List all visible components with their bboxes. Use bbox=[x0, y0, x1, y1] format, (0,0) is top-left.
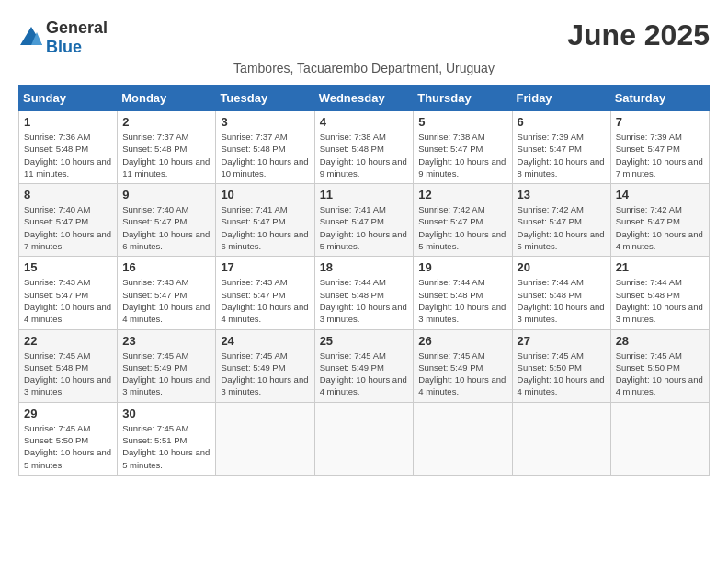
calendar-cell: 24 Sunrise: 7:45 AM Sunset: 5:49 PM Dayl… bbox=[216, 329, 314, 402]
day-number: 30 bbox=[122, 407, 210, 420]
calendar-cell: 13 Sunrise: 7:42 AM Sunset: 5:47 PM Dayl… bbox=[512, 184, 610, 257]
day-info: Sunrise: 7:40 AM Sunset: 5:47 PM Dayligh… bbox=[122, 203, 210, 252]
day-number: 26 bbox=[418, 334, 506, 348]
day-info: Sunrise: 7:43 AM Sunset: 5:47 PM Dayligh… bbox=[24, 276, 112, 325]
day-number: 2 bbox=[122, 115, 210, 129]
calendar-cell: 27 Sunrise: 7:45 AM Sunset: 5:50 PM Dayl… bbox=[512, 329, 610, 402]
day-number: 7 bbox=[616, 115, 704, 129]
day-number: 29 bbox=[24, 407, 112, 420]
calendar-cell bbox=[610, 402, 709, 475]
calendar-cell: 28 Sunrise: 7:45 AM Sunset: 5:50 PM Dayl… bbox=[610, 329, 709, 402]
day-info: Sunrise: 7:39 AM Sunset: 5:47 PM Dayligh… bbox=[616, 131, 704, 179]
day-number: 10 bbox=[221, 188, 309, 201]
calendar-cell: 7 Sunrise: 7:39 AM Sunset: 5:47 PM Dayli… bbox=[610, 111, 709, 184]
day-number: 14 bbox=[616, 188, 704, 201]
week-row-5: 29 Sunrise: 7:45 AM Sunset: 5:50 PM Dayl… bbox=[19, 402, 710, 475]
col-monday: Monday bbox=[118, 86, 216, 111]
day-number: 5 bbox=[418, 115, 506, 129]
day-number: 23 bbox=[122, 334, 210, 348]
logo: General Blue bbox=[18, 18, 108, 57]
day-info: Sunrise: 7:45 AM Sunset: 5:50 PM Dayligh… bbox=[518, 350, 606, 398]
header: General Blue June 2025 bbox=[18, 18, 710, 57]
day-info: Sunrise: 7:45 AM Sunset: 5:49 PM Dayligh… bbox=[320, 350, 409, 398]
day-number: 15 bbox=[24, 260, 112, 274]
day-number: 6 bbox=[518, 115, 606, 129]
calendar-cell: 25 Sunrise: 7:45 AM Sunset: 5:49 PM Dayl… bbox=[314, 329, 414, 402]
calendar-cell: 21 Sunrise: 7:44 AM Sunset: 5:48 PM Dayl… bbox=[610, 257, 709, 329]
day-info: Sunrise: 7:44 AM Sunset: 5:48 PM Dayligh… bbox=[518, 276, 606, 325]
day-number: 28 bbox=[616, 334, 704, 348]
day-number: 9 bbox=[122, 188, 210, 201]
day-info: Sunrise: 7:42 AM Sunset: 5:47 PM Dayligh… bbox=[418, 203, 506, 252]
col-sunday: Sunday bbox=[19, 86, 118, 111]
calendar-cell: 18 Sunrise: 7:44 AM Sunset: 5:48 PM Dayl… bbox=[314, 257, 414, 329]
day-info: Sunrise: 7:44 AM Sunset: 5:48 PM Dayligh… bbox=[616, 276, 704, 325]
calendar-header-row: Sunday Monday Tuesday Wednesday Thursday… bbox=[19, 86, 710, 111]
day-number: 11 bbox=[320, 188, 409, 201]
day-number: 24 bbox=[221, 334, 309, 348]
day-info: Sunrise: 7:45 AM Sunset: 5:51 PM Dayligh… bbox=[122, 422, 210, 471]
day-number: 8 bbox=[24, 188, 112, 201]
day-number: 16 bbox=[122, 260, 210, 274]
calendar-cell: 15 Sunrise: 7:43 AM Sunset: 5:47 PM Dayl… bbox=[19, 257, 118, 329]
calendar-cell: 9 Sunrise: 7:40 AM Sunset: 5:47 PM Dayli… bbox=[118, 184, 216, 257]
day-info: Sunrise: 7:45 AM Sunset: 5:48 PM Dayligh… bbox=[24, 350, 112, 398]
logo-blue: Blue bbox=[46, 38, 82, 56]
col-saturday: Saturday bbox=[610, 86, 709, 111]
day-number: 3 bbox=[221, 115, 309, 129]
week-row-2: 8 Sunrise: 7:40 AM Sunset: 5:47 PM Dayli… bbox=[19, 184, 710, 257]
calendar-cell: 26 Sunrise: 7:45 AM Sunset: 5:49 PM Dayl… bbox=[414, 329, 512, 402]
day-info: Sunrise: 7:36 AM Sunset: 5:48 PM Dayligh… bbox=[24, 131, 112, 179]
calendar-cell: 10 Sunrise: 7:41 AM Sunset: 5:47 PM Dayl… bbox=[216, 184, 314, 257]
day-number: 22 bbox=[24, 334, 112, 348]
calendar-cell: 30 Sunrise: 7:45 AM Sunset: 5:51 PM Dayl… bbox=[118, 402, 216, 475]
day-info: Sunrise: 7:39 AM Sunset: 5:47 PM Dayligh… bbox=[518, 131, 606, 179]
day-info: Sunrise: 7:43 AM Sunset: 5:47 PM Dayligh… bbox=[122, 276, 210, 325]
day-info: Sunrise: 7:45 AM Sunset: 5:49 PM Dayligh… bbox=[122, 350, 210, 398]
week-row-1: 1 Sunrise: 7:36 AM Sunset: 5:48 PM Dayli… bbox=[19, 111, 710, 184]
calendar-cell bbox=[512, 402, 610, 475]
subtitle: Tambores, Tacuarembo Department, Uruguay bbox=[18, 61, 710, 75]
day-info: Sunrise: 7:38 AM Sunset: 5:47 PM Dayligh… bbox=[418, 131, 506, 179]
day-number: 17 bbox=[221, 260, 309, 274]
calendar-cell: 2 Sunrise: 7:37 AM Sunset: 5:48 PM Dayli… bbox=[118, 111, 216, 184]
calendar-cell: 12 Sunrise: 7:42 AM Sunset: 5:47 PM Dayl… bbox=[414, 184, 512, 257]
day-info: Sunrise: 7:44 AM Sunset: 5:48 PM Dayligh… bbox=[320, 276, 409, 325]
day-info: Sunrise: 7:41 AM Sunset: 5:47 PM Dayligh… bbox=[221, 203, 309, 252]
col-thursday: Thursday bbox=[414, 86, 512, 111]
calendar-cell bbox=[314, 402, 414, 475]
calendar-cell bbox=[216, 402, 314, 475]
logo-icon bbox=[18, 25, 44, 51]
logo-text: General Blue bbox=[46, 18, 108, 57]
calendar-cell: 6 Sunrise: 7:39 AM Sunset: 5:47 PM Dayli… bbox=[512, 111, 610, 184]
day-info: Sunrise: 7:42 AM Sunset: 5:47 PM Dayligh… bbox=[616, 203, 704, 252]
calendar-cell: 5 Sunrise: 7:38 AM Sunset: 5:47 PM Dayli… bbox=[414, 111, 512, 184]
day-info: Sunrise: 7:45 AM Sunset: 5:50 PM Dayligh… bbox=[616, 350, 704, 398]
calendar-cell: 23 Sunrise: 7:45 AM Sunset: 5:49 PM Dayl… bbox=[118, 329, 216, 402]
day-info: Sunrise: 7:45 AM Sunset: 5:50 PM Dayligh… bbox=[24, 422, 112, 471]
day-number: 12 bbox=[418, 188, 506, 201]
calendar-cell: 20 Sunrise: 7:44 AM Sunset: 5:48 PM Dayl… bbox=[512, 257, 610, 329]
day-info: Sunrise: 7:45 AM Sunset: 5:49 PM Dayligh… bbox=[221, 350, 309, 398]
calendar-table: Sunday Monday Tuesday Wednesday Thursday… bbox=[18, 85, 710, 476]
month-title: June 2025 bbox=[567, 18, 710, 52]
week-row-3: 15 Sunrise: 7:43 AM Sunset: 5:47 PM Dayl… bbox=[19, 257, 710, 329]
day-number: 13 bbox=[518, 188, 606, 201]
col-wednesday: Wednesday bbox=[314, 86, 414, 111]
calendar-cell: 4 Sunrise: 7:38 AM Sunset: 5:48 PM Dayli… bbox=[314, 111, 414, 184]
calendar-cell: 19 Sunrise: 7:44 AM Sunset: 5:48 PM Dayl… bbox=[414, 257, 512, 329]
calendar-cell: 11 Sunrise: 7:41 AM Sunset: 5:47 PM Dayl… bbox=[314, 184, 414, 257]
day-number: 27 bbox=[518, 334, 606, 348]
calendar-cell: 22 Sunrise: 7:45 AM Sunset: 5:48 PM Dayl… bbox=[19, 329, 118, 402]
calendar-cell: 8 Sunrise: 7:40 AM Sunset: 5:47 PM Dayli… bbox=[19, 184, 118, 257]
day-info: Sunrise: 7:43 AM Sunset: 5:47 PM Dayligh… bbox=[221, 276, 309, 325]
calendar-cell: 16 Sunrise: 7:43 AM Sunset: 5:47 PM Dayl… bbox=[118, 257, 216, 329]
col-tuesday: Tuesday bbox=[216, 86, 314, 111]
day-info: Sunrise: 7:37 AM Sunset: 5:48 PM Dayligh… bbox=[122, 131, 210, 179]
calendar-cell: 17 Sunrise: 7:43 AM Sunset: 5:47 PM Dayl… bbox=[216, 257, 314, 329]
day-number: 4 bbox=[320, 115, 409, 129]
col-friday: Friday bbox=[512, 86, 610, 111]
day-info: Sunrise: 7:44 AM Sunset: 5:48 PM Dayligh… bbox=[418, 276, 506, 325]
day-number: 25 bbox=[320, 334, 409, 348]
calendar-cell: 3 Sunrise: 7:37 AM Sunset: 5:48 PM Dayli… bbox=[216, 111, 314, 184]
